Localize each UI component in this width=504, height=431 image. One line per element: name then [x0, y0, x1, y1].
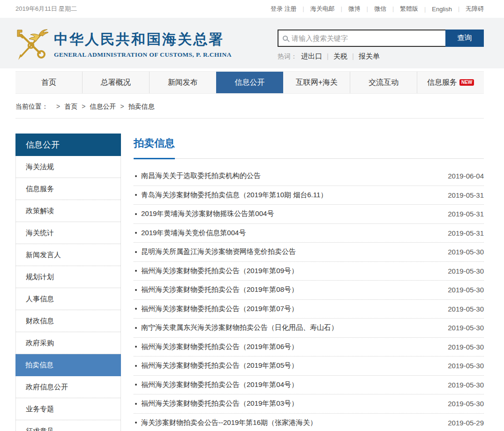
hot-words-label: 热词：: [278, 52, 297, 61]
nav-item-label: 交流互动: [369, 78, 399, 88]
sidebar-item[interactable]: 海关统计: [16, 222, 120, 244]
hot-word-link[interactable]: 进出口: [301, 52, 322, 61]
sidebar-item[interactable]: 海关法规: [16, 156, 120, 178]
nav-item-label: 信息服务: [427, 78, 457, 88]
breadcrumb-link[interactable]: 首页: [52, 103, 77, 111]
list-item: 昆明海关所属盈江海关涉案物资网络竞价拍卖公告 2019-05-30: [134, 243, 484, 262]
breadcrumb-link[interactable]: 拍卖信息: [116, 103, 154, 111]
nav-item[interactable]: 信息服务 NEW: [417, 72, 484, 93]
sidebar-item-label: 政策解读: [26, 207, 54, 215]
bullet-icon: [135, 327, 137, 329]
sidebar-item-label: 征求意见: [26, 427, 54, 431]
bullet-icon: [135, 251, 137, 253]
topbar-link[interactable]: 无障碍: [452, 5, 484, 13]
sidebar-item-label: 拍卖信息: [25, 361, 53, 369]
article-link[interactable]: 2019年黄埔海关涉案财物摇珠公告第004号: [141, 209, 441, 218]
list-item: 南宁海关隶属东兴海关涉案财物拍卖公告（日化用品、寿山石） 2019-05-30: [134, 319, 484, 338]
article-date: 2019-05-30: [448, 400, 484, 408]
bullet-icon: [135, 346, 137, 348]
sidebar-item[interactable]: 规划计划: [16, 266, 120, 288]
breadcrumb-label: 当前位置：: [15, 103, 48, 111]
article-link[interactable]: 福州海关涉案财物委托拍卖公告（2019年第06号）: [141, 342, 441, 351]
article-date: 2019-05-29: [448, 419, 484, 427]
main-content: 拍卖信息 南昌海关关于选取委托拍卖机构的公告 2019-06-04 青岛海关涉案…: [134, 134, 484, 431]
sidebar-item-label: 业务专题: [26, 405, 54, 413]
sidebar-item-label: 海关统计: [26, 229, 54, 237]
article-link[interactable]: 福州海关涉案财物委托拍卖公告（2019年第05号）: [141, 361, 441, 370]
search-box: [278, 30, 445, 47]
topbar-link[interactable]: 微博: [335, 5, 361, 13]
breadcrumb: 当前位置： 首页 信息公开 拍卖信息: [15, 94, 484, 119]
article-link[interactable]: 青岛海关涉案财物委托拍卖信息（2019年第10期 烟台6.11）: [141, 191, 441, 200]
topbar: 2019年6月11日 星期二 登录 注册 海关电邮 微博 微信 繁體版 Engl…: [0, 0, 504, 18]
nav-item[interactable]: 交流互动: [350, 72, 417, 93]
article-date: 2019-05-31: [448, 210, 484, 218]
article-date: 2019-05-30: [448, 381, 484, 389]
sidebar-item-label: 信息服务: [26, 185, 54, 193]
search-input[interactable]: [292, 34, 441, 42]
bullet-icon: [135, 194, 137, 196]
sidebar-item[interactable]: 财政信息: [16, 310, 120, 332]
sidebar-item-label: 新闻发言人: [26, 251, 61, 259]
customs-emblem-icon: [15, 27, 48, 61]
sidebar-item[interactable]: 拍卖信息: [15, 354, 121, 376]
search-button[interactable]: 查询: [445, 30, 484, 47]
topbar-link[interactable]: 繁體版: [386, 5, 418, 13]
site-logo[interactable]: 中华人民共和国海关总署 GENERAL ADMINISTRATION OF CU…: [15, 18, 232, 68]
nav-item[interactable]: 互联网+海关: [283, 72, 350, 93]
sidebar-item[interactable]: 政府采购: [16, 332, 120, 354]
topbar-link[interactable]: 海关电邮: [297, 5, 335, 13]
topbar-link[interactable]: English: [418, 6, 452, 13]
nav-item[interactable]: 总署概况: [82, 72, 149, 93]
article-date: 2019-05-30: [448, 362, 484, 370]
site-header: 中华人民共和国海关总署 GENERAL ADMINISTRATION OF CU…: [0, 18, 504, 68]
article-date: 2019-05-30: [448, 267, 484, 275]
content-area: 信息公开 海关法规 信息服务 政策解读 海关统计: [15, 134, 484, 431]
article-link[interactable]: 福州海关涉案财物委托拍卖公告（2019年第09号）: [141, 267, 441, 275]
sidebar-item-label: 政府信息公开: [26, 383, 68, 391]
sidebar-item-label: 规划计划: [26, 273, 54, 281]
sidebar-title: 信息公开: [15, 134, 121, 156]
nav-item[interactable]: 首页: [15, 72, 82, 93]
nav-item[interactable]: 新闻发布: [149, 72, 216, 93]
topbar-link[interactable]: 微信: [361, 5, 386, 13]
article-link[interactable]: 福州海关涉案财物委托拍卖公告（2019年第07号）: [141, 305, 441, 313]
sidebar-item-label: 政府采购: [26, 339, 54, 347]
list-item: 2019年黄埔海关涉案财物摇珠公告第004号 2019-05-31: [134, 205, 484, 224]
bullet-icon: [135, 289, 137, 291]
hot-word-link[interactable]: 报关单: [347, 52, 380, 61]
article-link[interactable]: 昆明海关所属盈江海关涉案物资网络竞价拍卖公告: [141, 247, 441, 256]
sidebar-item[interactable]: 新闻发言人: [16, 244, 120, 266]
article-link[interactable]: 2019年黄埔海关竞价信息第004号: [141, 229, 441, 238]
title-underline: [134, 157, 484, 159]
article-link[interactable]: 福州海关涉案财物委托拍卖公告（2019年第08号）: [141, 285, 441, 294]
site-title: 中华人民共和国海关总署: [54, 30, 232, 49]
site-subtitle: GENERAL ADMINISTRATION OF CUSTOMS, P. R.…: [54, 51, 232, 59]
hot-word-link[interactable]: 关税: [322, 52, 347, 61]
sidebar-item[interactable]: 业务专题: [16, 398, 120, 420]
list-item: 2019年黄埔海关竞价信息第004号 2019-05-31: [134, 224, 484, 243]
article-link[interactable]: 南昌海关关于选取委托拍卖机构的公告: [141, 171, 441, 180]
list-item: 福州海关涉案财物委托拍卖公告（2019年第07号） 2019-05-30: [134, 300, 484, 319]
article-date: 2019-05-31: [448, 229, 484, 237]
sidebar-item[interactable]: 征求意见: [16, 420, 120, 431]
article-date: 2019-06-04: [448, 172, 484, 180]
sidebar-item[interactable]: 政策解读: [16, 200, 120, 222]
bullet-icon: [135, 403, 137, 405]
bullet-icon: [135, 232, 137, 234]
sidebar-item[interactable]: 政府信息公开: [16, 376, 120, 398]
topbar-link[interactable]: 登录 注册: [271, 5, 297, 13]
sidebar-item[interactable]: 信息服务: [16, 178, 120, 200]
breadcrumb-link[interactable]: 信息公开: [77, 103, 116, 111]
sidebar-item-label: 海关法规: [26, 163, 54, 171]
article-link[interactable]: 南宁海关隶属东兴海关涉案财物拍卖公告（日化用品、寿山石）: [141, 323, 441, 332]
article-link[interactable]: 福州海关涉案财物委托拍卖公告（2019年第04号）: [141, 380, 441, 389]
sidebar-item[interactable]: 人事信息: [16, 288, 120, 310]
article-link[interactable]: 福州海关涉案财物委托拍卖公告（2019年第03号）: [141, 399, 441, 408]
nav-item-label: 互联网+海关: [296, 78, 338, 88]
nav-item-label: 首页: [41, 78, 56, 88]
nav-item[interactable]: 信息公开: [216, 72, 283, 93]
article-link[interactable]: 海关涉案财物拍卖会公告--2019年第16期（张家港海关）: [141, 418, 441, 427]
article-date: 2019-05-30: [448, 286, 484, 294]
list-item: 青岛海关涉案财物委托拍卖信息（2019年第10期 烟台6.11） 2019-05…: [134, 186, 484, 205]
